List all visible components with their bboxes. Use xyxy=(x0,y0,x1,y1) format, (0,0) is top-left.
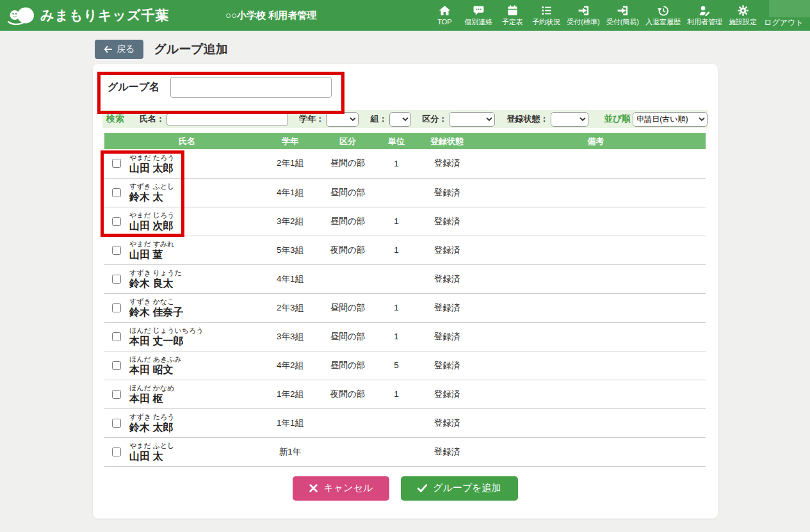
row-note xyxy=(486,178,706,207)
nav-item-top[interactable]: TOP xyxy=(428,0,461,31)
add-group-button[interactable]: グループを追加 xyxy=(401,476,517,501)
class-filter-label: 組： xyxy=(371,113,387,125)
row-category: 昼間の部 xyxy=(311,293,385,322)
nav-item-schedule[interactable]: 予定表 xyxy=(496,0,529,31)
row-checkbox[interactable] xyxy=(112,332,121,341)
search-section-label: 検索 xyxy=(106,113,124,125)
table-row: ほんだ かなめ 本田 枢 1年2組 夜間の部 1 登録済 xyxy=(104,380,706,408)
sort-select-wrap: 申請日(古い順) xyxy=(633,112,708,127)
name-filter-label: 氏名： xyxy=(140,113,165,125)
user-edit-icon xyxy=(699,4,711,17)
table-row: すずき りょうた 鈴木 良太 4年1組 登録済 xyxy=(104,264,706,293)
status-select[interactable] xyxy=(551,112,588,127)
sort-select[interactable]: 申請日(古い順) xyxy=(633,112,708,127)
row-unit: 1 xyxy=(385,236,408,264)
x-icon xyxy=(309,484,318,492)
row-grade: 1年1組 xyxy=(270,408,311,437)
row-unit xyxy=(385,178,408,207)
row-checkbox[interactable] xyxy=(112,390,121,399)
logout-button[interactable]: ログアウト xyxy=(760,0,810,31)
row-unit: 5 xyxy=(385,351,408,380)
nav-item-label: TOP xyxy=(437,18,451,26)
back-button[interactable]: 戻る xyxy=(95,40,143,59)
nav-item-user-management[interactable]: 利用者管理 xyxy=(684,0,725,31)
row-checkbox[interactable] xyxy=(112,419,121,428)
nav-item-reception-simple[interactable]: 受付(簡易) xyxy=(603,0,642,31)
row-kana: ほんだ じょういちろう xyxy=(129,326,204,335)
category-select[interactable] xyxy=(449,112,494,127)
nav-item-label: 予定表 xyxy=(502,18,523,26)
row-checkbox[interactable] xyxy=(112,217,121,226)
row-name: 鈴木 良太 xyxy=(129,277,182,289)
row-status: 登録済 xyxy=(408,293,486,322)
row-note xyxy=(486,293,706,322)
group-name-input[interactable] xyxy=(170,77,332,98)
chat-icon xyxy=(473,4,485,17)
nav-item-entry-exit-history[interactable]: 入退室履歴 xyxy=(642,0,684,31)
cancel-button[interactable]: キャンセル xyxy=(293,476,389,501)
sign-in-standard-icon xyxy=(578,4,590,17)
name-filter-input[interactable] xyxy=(166,113,288,126)
content-card: グループ名 検索 氏名： 学年： 組： 区分： 登録状態： 並び順 申請日(古い… xyxy=(93,64,718,519)
row-grade: 新1年 xyxy=(270,437,311,466)
row-note xyxy=(486,149,706,178)
grade-select[interactable] xyxy=(326,112,358,127)
row-grade: 2年3組 xyxy=(270,293,311,322)
nav-item-label: 個別連絡 xyxy=(464,18,492,26)
search-bar: 検索 氏名： 学年： 組： 区分： 登録状態： 並び順 申請日(古い順) xyxy=(102,110,708,128)
row-unit: 1 xyxy=(385,293,408,322)
row-checkbox[interactable] xyxy=(112,447,121,456)
row-checkbox[interactable] xyxy=(112,246,121,255)
nav-item-reception-standard[interactable]: 受付(標準) xyxy=(563,0,603,31)
row-note xyxy=(486,437,706,466)
nav-item-label: 予約状況 xyxy=(532,18,560,26)
history-icon xyxy=(657,4,669,17)
row-category xyxy=(311,437,385,466)
nav-item-reservation-status[interactable]: 予約状況 xyxy=(529,0,563,31)
row-checkbox[interactable] xyxy=(112,361,121,370)
row-checkbox[interactable] xyxy=(112,275,121,284)
category-select-wrap xyxy=(449,112,494,127)
row-checkbox[interactable] xyxy=(112,303,121,312)
table-row: ほんだ じょういちろう 本田 丈一郎 3年3組 昼間の部 1 登録済 xyxy=(104,322,706,351)
row-note xyxy=(486,236,706,264)
page-title: グループ追加 xyxy=(154,41,227,58)
row-kana: ほんだ かなめ xyxy=(129,383,175,392)
row-grade: 3年3組 xyxy=(270,322,311,351)
row-category: 昼間の部 xyxy=(311,149,385,178)
row-status: 登録済 xyxy=(408,149,486,178)
nav-item-label: 利用者管理 xyxy=(687,18,722,26)
row-name: 鈴木 佳奈子 xyxy=(129,306,183,318)
row-unit: 1 xyxy=(385,207,408,236)
row-unit: 1 xyxy=(385,380,408,408)
nav-item-individual-contact[interactable]: 個別連絡 xyxy=(461,0,496,31)
row-name: 山田 次郎 xyxy=(129,220,175,232)
class-select[interactable] xyxy=(389,112,412,127)
row-name: 本田 枢 xyxy=(129,392,175,405)
row-category xyxy=(311,408,385,437)
row-name: 山田 菫 xyxy=(129,248,175,261)
row-status: 登録済 xyxy=(408,236,486,264)
row-note xyxy=(486,264,706,293)
nav-item-facility-settings[interactable]: 施設設定 xyxy=(725,0,760,31)
row-grade: 1年2組 xyxy=(270,380,311,408)
sign-in-simple-icon xyxy=(617,4,629,17)
row-checkbox[interactable] xyxy=(112,159,121,168)
back-arrow-icon xyxy=(104,45,113,53)
row-note xyxy=(486,322,706,351)
row-category: 昼間の部 xyxy=(311,207,385,236)
table-row: すずき たろう 鈴木 太郎 1年1組 登録済 xyxy=(104,408,706,437)
row-kana: すずき かなこ xyxy=(129,297,183,306)
group-name-label: グループ名 xyxy=(108,81,159,94)
table-row: すずき ふとし 鈴木 太 4年1組 昼間の部 登録済 xyxy=(104,178,706,207)
row-name: 鈴木 太郎 xyxy=(129,421,175,433)
row-kana: やまだ すみれ xyxy=(129,239,175,248)
row-name: 本田 丈一郎 xyxy=(129,335,204,347)
row-checkbox[interactable] xyxy=(112,188,121,197)
row-grade: 5年3組 xyxy=(270,236,311,264)
app-logo[interactable]: みまもりキッズ千葉 xyxy=(6,4,169,26)
row-note xyxy=(486,207,706,236)
row-kana: すずき たろう xyxy=(129,412,175,421)
row-unit xyxy=(385,437,408,466)
row-kana: すずき ふとし xyxy=(129,182,175,191)
